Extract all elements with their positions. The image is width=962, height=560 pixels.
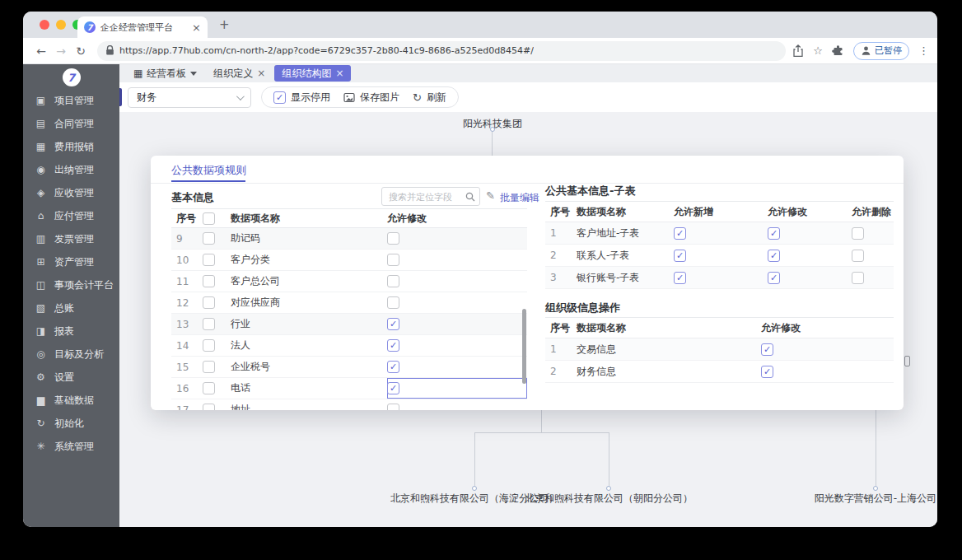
allow-add-checkbox[interactable]	[674, 227, 686, 240]
sidebar-item[interactable]: ▣ 项目管理	[23, 89, 119, 112]
allow-modify-checkbox[interactable]	[387, 254, 399, 266]
orgchart-canvas[interactable]: 阳光科技集团 北京和煦科技有限公司（海淀分公司） 北京和煦科技有限公司（朝阳分公…	[119, 112, 937, 527]
reload-icon[interactable]: ↻	[71, 44, 91, 58]
allow-modify-checkbox[interactable]	[768, 250, 780, 262]
modal-tab-label[interactable]: 公共数据项规则	[171, 163, 246, 178]
table-scrollbar-thumb[interactable]	[522, 309, 526, 384]
allow-modify-cell	[387, 399, 527, 410]
row-select-checkbox[interactable]	[203, 318, 215, 330]
allow-modify-checkbox[interactable]	[387, 382, 399, 394]
sidebar-item[interactable]: ◎ 目标及分析	[23, 343, 119, 366]
sidebar-item-icon: ◉	[35, 164, 47, 175]
close-tab-icon[interactable]: ×	[192, 22, 201, 33]
tab-org-definition[interactable]: 组织定义 ×	[206, 65, 273, 82]
sidebar-item-icon: ▤	[35, 118, 47, 129]
org-node-leaf[interactable]: 北京和煦科技有限公司（朝阳分公司）	[525, 492, 693, 506]
show-disabled-checkbox[interactable]	[273, 91, 286, 104]
close-tab-icon[interactable]: ×	[257, 68, 265, 79]
row-index: 10	[171, 254, 203, 266]
panel-handle[interactable]	[119, 88, 122, 106]
refresh-button[interactable]: ↻ 刷新	[413, 91, 446, 105]
sidebar-item[interactable]: ▧ 总账	[23, 296, 119, 320]
row-select-cell	[203, 296, 227, 309]
row-select-checkbox[interactable]	[203, 404, 215, 410]
close-tab-icon[interactable]: ×	[335, 68, 343, 79]
allow-delete-checkbox[interactable]	[852, 227, 864, 240]
sidebar-item[interactable]: ⊞ 资产管理	[23, 250, 119, 273]
sidebar-item[interactable]: ▆ 基础数据	[23, 389, 119, 412]
browser-tab[interactable]: 7 企企经营管理平台 ×	[77, 16, 208, 38]
row-index: 1	[545, 227, 573, 239]
header-select-all	[203, 212, 227, 225]
row-select-checkbox[interactable]	[203, 296, 215, 309]
header-allow-delete: 允许删除	[848, 205, 894, 219]
show-disabled-toggle[interactable]: 显示停用	[273, 91, 330, 105]
allow-modify-checkbox[interactable]	[761, 343, 773, 356]
row-select-checkbox[interactable]	[203, 382, 215, 394]
allow-modify-cell	[764, 250, 848, 262]
bulk-edit-link[interactable]: 批量编辑	[500, 191, 539, 205]
more-menu-icon[interactable]: ⋮	[918, 44, 929, 57]
row-select-checkbox[interactable]	[203, 254, 215, 266]
share-icon[interactable]	[792, 44, 804, 58]
sidebar-item[interactable]: ◈ 应收管理	[23, 181, 119, 204]
row-select-cell	[203, 232, 227, 245]
sidebar-item[interactable]: ↻ 初始化	[23, 412, 119, 435]
allow-add-cell	[670, 227, 764, 240]
allow-modify-checkbox[interactable]	[387, 275, 399, 287]
address-bar[interactable]: https://app.77hub.com/cn-north-2/app?cod…	[97, 41, 786, 61]
forward-icon[interactable]: →	[51, 44, 71, 58]
allow-add-checkbox[interactable]	[674, 250, 686, 262]
row-index: 15	[171, 362, 203, 373]
sidebar-item[interactable]: ▥ 发票管理	[23, 227, 119, 250]
save-image-button[interactable]: 保存图片	[343, 91, 399, 105]
allow-modify-checkbox[interactable]	[768, 272, 780, 284]
sidebar-item[interactable]: ⚙ 设置	[23, 366, 119, 389]
close-window-button[interactable]	[40, 20, 49, 30]
allow-modify-checkbox[interactable]	[387, 232, 399, 245]
allow-add-checkbox[interactable]	[674, 272, 686, 284]
row-select-checkbox[interactable]	[203, 232, 215, 245]
allow-modify-checkbox[interactable]	[387, 361, 399, 373]
allow-modify-checkbox[interactable]	[761, 366, 773, 378]
header-allow-modify: 允许修改	[758, 321, 894, 335]
data-item-name: 对应供应商	[227, 296, 387, 310]
sidebar-item[interactable]: ◨ 报表	[23, 320, 119, 343]
row-select-checkbox[interactable]	[203, 361, 215, 373]
table-row: 15 企业税号	[171, 357, 527, 378]
sidebar-item[interactable]: ⌂ 应付管理	[23, 204, 119, 227]
sidebar-item-icon: ◨	[35, 325, 47, 337]
new-tab-button[interactable]: +	[219, 17, 230, 32]
allow-modify-checkbox[interactable]	[768, 227, 780, 240]
sidebar-item[interactable]: ▤ 合同管理	[23, 112, 119, 135]
back-icon[interactable]: ←	[31, 44, 51, 58]
bookmark-star-icon[interactable]: ☆	[813, 44, 823, 57]
allow-modify-checkbox[interactable]	[387, 296, 399, 309]
tab-org-chart[interactable]: 组织结构图 ×	[274, 65, 351, 82]
row-select-checkbox[interactable]	[203, 275, 215, 287]
profile-chip[interactable]: 已暂停	[853, 42, 909, 60]
allow-delete-checkbox[interactable]	[852, 272, 864, 284]
sidebar-item[interactable]: ✳ 系统管理	[23, 435, 119, 458]
minimize-window-button[interactable]	[56, 20, 66, 30]
tab-dashboard[interactable]: ▦ 经营看板	[126, 65, 204, 82]
extensions-icon[interactable]	[832, 44, 844, 57]
field-search-input[interactable]	[382, 189, 458, 206]
app-logo[interactable]: 7	[63, 68, 81, 86]
row-select-cell	[203, 275, 227, 287]
sidebar-item[interactable]: ◫ 事项会计平台	[23, 273, 119, 296]
allow-modify-checkbox[interactable]	[387, 404, 399, 410]
screenshot-stage: 7 企企经营管理平台 × + ← → ↻ https://app.77hub.c…	[0, 0, 962, 560]
sidebar-item[interactable]: ▦ 费用报销	[23, 135, 119, 158]
org-node-leaf[interactable]: 阳光数字营销公司-上海公司	[815, 492, 936, 506]
allow-modify-checkbox[interactable]	[387, 339, 399, 352]
chevron-down-icon	[190, 72, 197, 76]
allow-delete-checkbox[interactable]	[852, 250, 864, 262]
chevron-down-icon	[236, 92, 245, 100]
select-all-checkbox[interactable]	[203, 212, 215, 225]
org-edge	[492, 132, 493, 156]
filter-select[interactable]: 财务	[128, 87, 251, 108]
sidebar-item[interactable]: ◉ 出纳管理	[23, 158, 119, 181]
allow-modify-checkbox[interactable]	[387, 318, 399, 330]
row-select-checkbox[interactable]	[203, 339, 215, 352]
